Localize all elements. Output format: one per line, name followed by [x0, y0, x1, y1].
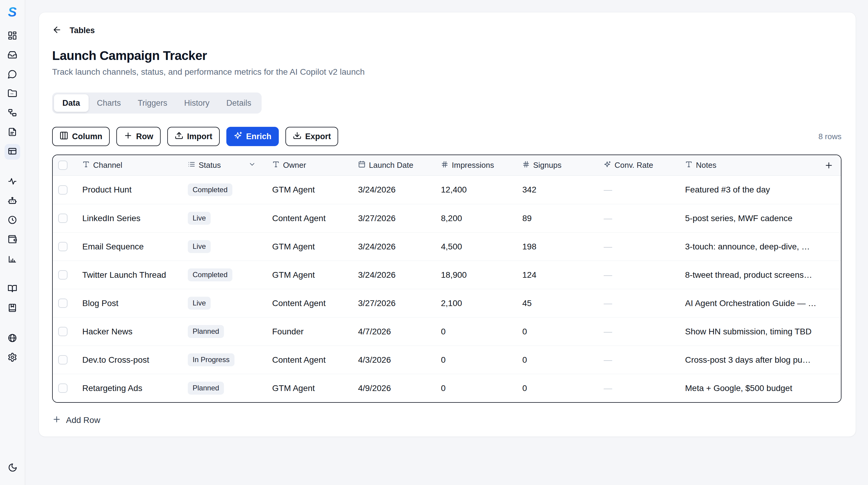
sidebar-item-activity[interactable]	[4, 174, 20, 190]
sidebar-item-settings[interactable]	[4, 350, 20, 366]
row-checkbox[interactable]	[58, 242, 67, 251]
sidebar-item-folder[interactable]	[4, 86, 20, 102]
cell-launch-date[interactable]: 3/24/2026	[346, 270, 429, 280]
cell-impressions[interactable]: 0	[429, 327, 510, 336]
table-row[interactable]: Hacker News Planned Founder 4/7/2026 0 0…	[53, 317, 841, 346]
cell-conv-rate[interactable]: —	[592, 355, 673, 365]
cell-status[interactable]: Live	[176, 240, 260, 253]
back-arrow-icon[interactable]	[52, 25, 62, 36]
cell-conv-rate[interactable]: —	[592, 242, 673, 252]
cell-impressions[interactable]: 0	[429, 384, 510, 393]
column-header-launch-date[interactable]: Launch Date	[346, 161, 429, 170]
cell-owner[interactable]: GTM Agent	[260, 270, 346, 280]
column-header-impressions[interactable]: Impressions	[429, 161, 510, 170]
sidebar-item-analytics[interactable]	[4, 251, 20, 267]
cell-notes[interactable]: Show HN submission, timing TBD	[673, 327, 841, 336]
sidebar-item-workflow[interactable]	[4, 105, 20, 121]
cell-conv-rate[interactable]: —	[592, 384, 673, 393]
cell-channel[interactable]: LinkedIn Series	[70, 214, 176, 223]
sidebar-item-inbox[interactable]	[4, 47, 20, 63]
table-row[interactable]: Blog Post Live Content Agent 3/27/2026 2…	[53, 289, 841, 317]
column-header-signups[interactable]: Signups	[510, 161, 592, 170]
cell-owner[interactable]: GTM Agent	[260, 242, 346, 252]
sidebar-item-history[interactable]	[4, 213, 20, 228]
table-row[interactable]: LinkedIn Series Live Content Agent 3/27/…	[53, 204, 841, 232]
tab-history[interactable]: History	[176, 94, 218, 112]
cell-launch-date[interactable]: 4/3/2026	[346, 355, 429, 365]
cell-signups[interactable]: 198	[510, 242, 592, 252]
add-row-button[interactable]: Row	[116, 127, 161, 146]
cell-launch-date[interactable]: 3/27/2026	[346, 214, 429, 223]
table-row[interactable]: Retargeting Ads Planned GTM Agent 4/9/20…	[53, 374, 841, 402]
cell-notes[interactable]: 8-tweet thread, product screens…	[673, 270, 841, 280]
cell-signups[interactable]: 89	[510, 214, 592, 223]
tab-data[interactable]: Data	[54, 94, 89, 112]
column-header-owner[interactable]: Owner	[260, 161, 346, 170]
cell-signups[interactable]: 0	[510, 355, 592, 365]
cell-launch-date[interactable]: 3/24/2026	[346, 242, 429, 252]
cell-impressions[interactable]: 0	[429, 355, 510, 365]
export-button[interactable]: Export	[285, 127, 338, 146]
chevron-down-icon[interactable]	[248, 161, 256, 170]
sidebar-item-web[interactable]	[4, 331, 20, 347]
cell-notes[interactable]: Featured #3 of the day	[673, 185, 841, 195]
cell-signups[interactable]: 342	[510, 185, 592, 195]
add-row-footer-button[interactable]: Add Row	[52, 412, 100, 429]
table-row[interactable]: Dev.to Cross-post In Progress Content Ag…	[53, 346, 841, 374]
breadcrumb-label[interactable]: Tables	[70, 26, 95, 35]
row-checkbox[interactable]	[58, 327, 67, 336]
sidebar-item-chat[interactable]	[4, 67, 20, 83]
cell-signups[interactable]: 0	[510, 384, 592, 393]
cell-impressions[interactable]: 2,100	[429, 298, 510, 308]
cell-conv-rate[interactable]: —	[592, 327, 673, 336]
cell-notes[interactable]: 5-post series, MWF cadence	[673, 214, 841, 223]
sidebar-item-docs[interactable]	[4, 281, 20, 297]
column-header-channel[interactable]: Channel	[70, 161, 176, 170]
cell-impressions[interactable]: 4,500	[429, 242, 510, 252]
cell-status[interactable]: Completed	[176, 268, 260, 281]
sidebar-item-dashboard[interactable]	[4, 28, 20, 44]
cell-status[interactable]: Planned	[176, 325, 260, 338]
column-header-conv-rate[interactable]: Conv. Rate	[592, 161, 673, 170]
cell-channel[interactable]: Product Hunt	[70, 185, 176, 195]
row-checkbox[interactable]	[58, 355, 67, 364]
cell-status[interactable]: Live	[176, 297, 260, 310]
enrich-button[interactable]: Enrich	[226, 127, 279, 146]
add-column-button[interactable]: Column	[52, 127, 110, 146]
cell-status[interactable]: In Progress	[176, 353, 260, 366]
table-row[interactable]: Twitter Launch Thread Completed GTM Agen…	[53, 261, 841, 289]
cell-owner[interactable]: Content Agent	[260, 214, 346, 223]
cell-notes[interactable]: Meta + Google, $500 budget	[673, 384, 841, 393]
cell-channel[interactable]: Dev.to Cross-post	[70, 355, 176, 365]
import-button[interactable]: Import	[167, 127, 220, 146]
cell-launch-date[interactable]: 3/24/2026	[346, 185, 429, 195]
select-all-checkbox[interactable]	[58, 161, 67, 170]
cell-signups[interactable]: 45	[510, 298, 592, 308]
row-checkbox[interactable]	[58, 214, 67, 223]
cell-conv-rate[interactable]: —	[592, 185, 673, 195]
cell-owner[interactable]: GTM Agent	[260, 384, 346, 393]
cell-channel[interactable]: Hacker News	[70, 327, 176, 336]
cell-signups[interactable]: 0	[510, 327, 592, 336]
cell-channel[interactable]: Retargeting Ads	[70, 384, 176, 393]
cell-impressions[interactable]: 8,200	[429, 214, 510, 223]
cell-impressions[interactable]: 12,400	[429, 185, 510, 195]
row-checkbox[interactable]	[58, 384, 67, 393]
cell-conv-rate[interactable]: —	[592, 214, 673, 223]
cell-owner[interactable]: GTM Agent	[260, 185, 346, 195]
sidebar-item-wallet[interactable]	[4, 232, 20, 248]
table-row[interactable]: Product Hunt Completed GTM Agent 3/24/20…	[53, 175, 841, 204]
sidebar-item-guides[interactable]	[4, 301, 20, 316]
cell-impressions[interactable]: 18,900	[429, 270, 510, 280]
breadcrumb[interactable]: Tables	[52, 24, 841, 36]
cell-owner[interactable]: Founder	[260, 327, 346, 336]
app-logo[interactable]: S	[5, 5, 20, 19]
sidebar-item-document[interactable]	[4, 125, 20, 140]
row-checkbox[interactable]	[58, 185, 67, 195]
cell-launch-date[interactable]: 3/27/2026	[346, 298, 429, 308]
cell-status[interactable]: Completed	[176, 184, 260, 196]
tab-charts[interactable]: Charts	[89, 94, 130, 112]
column-header-status[interactable]: Status	[176, 161, 260, 170]
cell-conv-rate[interactable]: —	[592, 298, 673, 308]
row-checkbox[interactable]	[58, 298, 67, 308]
